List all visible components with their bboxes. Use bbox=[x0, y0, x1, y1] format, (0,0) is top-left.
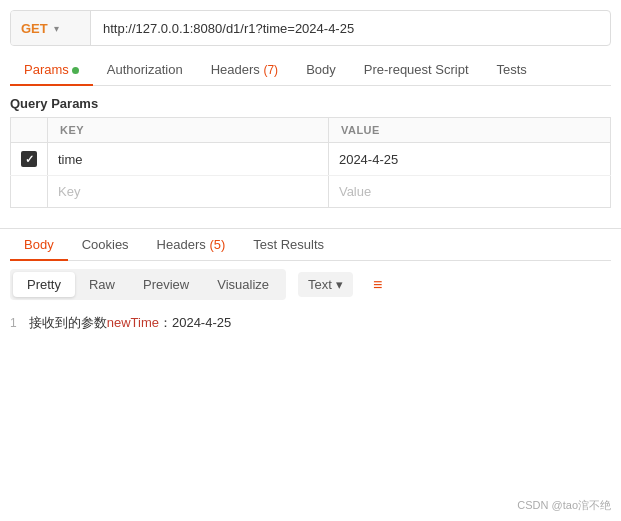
value-cell-empty[interactable]: Value bbox=[328, 176, 610, 208]
type-select[interactable]: Text ▾ bbox=[298, 272, 353, 297]
format-toolbar: Pretty Raw Preview Visualize Text ▾ ≡ bbox=[0, 261, 621, 308]
response-tab-headers[interactable]: Headers (5) bbox=[143, 229, 240, 260]
response-tab-body[interactable]: Body bbox=[10, 229, 68, 260]
tab-params[interactable]: Params bbox=[10, 54, 93, 85]
format-group: Pretty Raw Preview Visualize bbox=[10, 269, 286, 300]
tab-authorization[interactable]: Authorization bbox=[93, 54, 197, 85]
filter-icon: ≡ bbox=[373, 276, 382, 293]
tab-headers[interactable]: Headers (7) bbox=[197, 54, 292, 85]
key-cell-time[interactable]: time bbox=[48, 143, 329, 176]
request-tabs-row: Params Authorization Headers (7) Body Pr… bbox=[10, 54, 611, 86]
format-btn-raw[interactable]: Raw bbox=[75, 272, 129, 297]
tab-tests[interactable]: Tests bbox=[483, 54, 541, 85]
format-btn-pretty[interactable]: Pretty bbox=[13, 272, 75, 297]
value-cell-time[interactable]: 2024-4-25 bbox=[328, 143, 610, 176]
row-checkbox-empty[interactable] bbox=[11, 176, 48, 208]
type-chevron-icon: ▾ bbox=[336, 277, 343, 292]
response-tab-cookies[interactable]: Cookies bbox=[68, 229, 143, 260]
line-number-1: 1 bbox=[10, 316, 17, 330]
key-cell-empty[interactable]: Key bbox=[48, 176, 329, 208]
tab-body[interactable]: Body bbox=[292, 54, 350, 85]
format-btn-visualize[interactable]: Visualize bbox=[203, 272, 283, 297]
filter-icon-btn[interactable]: ≡ bbox=[365, 271, 390, 299]
response-tab-test-results[interactable]: Test Results bbox=[239, 229, 338, 260]
response-suffix: ：2024-4-25 bbox=[159, 314, 231, 332]
params-dot bbox=[72, 67, 79, 74]
response-line-1: 1 接收到的参数 newTime ：2024-4-25 bbox=[10, 314, 611, 332]
url-bar: GET ▾ bbox=[10, 10, 611, 46]
table-row: time 2024-4-25 bbox=[11, 143, 611, 176]
response-body: 1 接收到的参数 newTime ：2024-4-25 bbox=[0, 308, 621, 338]
tab-pre-request[interactable]: Pre-request Script bbox=[350, 54, 483, 85]
query-params-title: Query Params bbox=[0, 86, 621, 117]
method-select[interactable]: GET ▾ bbox=[11, 11, 91, 45]
col-key-header: KEY bbox=[48, 118, 329, 143]
checkbox-checked[interactable] bbox=[21, 151, 37, 167]
row-checkbox-cell[interactable] bbox=[11, 143, 48, 176]
params-table: KEY VALUE time 2024-4-25 Key Value bbox=[10, 117, 611, 208]
method-chevron-icon: ▾ bbox=[54, 23, 59, 34]
table-row-empty: Key Value bbox=[11, 176, 611, 208]
format-btn-preview[interactable]: Preview bbox=[129, 272, 203, 297]
response-tabs-row: Body Cookies Headers (5) Test Results bbox=[10, 229, 611, 261]
response-prefix: 接收到的参数 bbox=[29, 314, 107, 332]
response-section: Body Cookies Headers (5) Test Results Pr… bbox=[0, 228, 621, 338]
method-label: GET bbox=[21, 21, 48, 36]
url-input[interactable] bbox=[91, 21, 610, 36]
watermark: CSDN @tao涫不绝 bbox=[517, 498, 611, 513]
response-keyword: newTime bbox=[107, 315, 159, 330]
col-value-header: VALUE bbox=[328, 118, 610, 143]
col-checkbox-header bbox=[11, 118, 48, 143]
